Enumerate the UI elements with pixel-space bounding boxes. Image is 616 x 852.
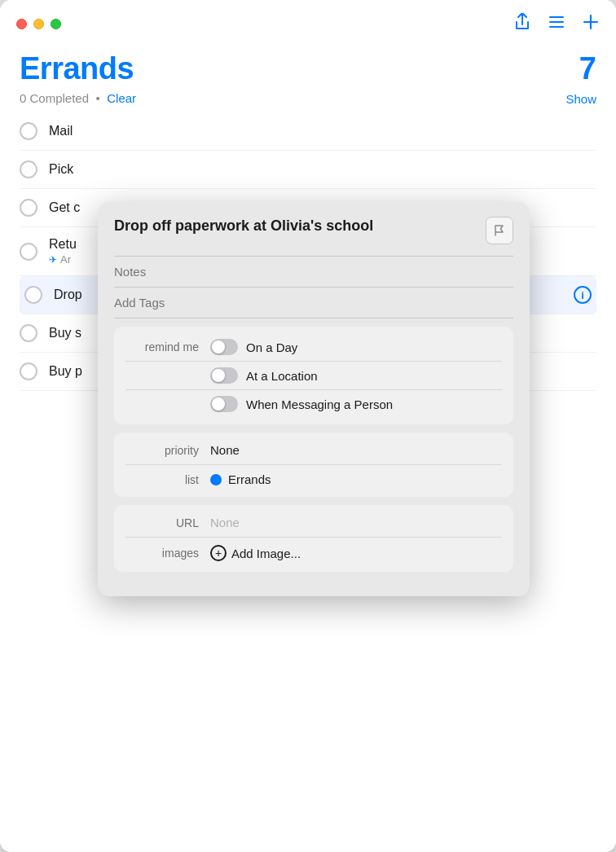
- main-window: Errands 7 0 Completed • Clear Show Mail …: [0, 0, 616, 852]
- remind-row-location: At a Location: [125, 361, 502, 389]
- count-badge: 7: [579, 51, 596, 86]
- reminder-checkbox[interactable]: [20, 362, 37, 380]
- add-image-button[interactable]: + Add Image...: [210, 545, 301, 561]
- reminder-checkbox[interactable]: [20, 324, 37, 342]
- url-label: URL: [125, 516, 199, 529]
- info-icon[interactable]: i: [574, 286, 592, 304]
- reminder-checkbox[interactable]: [20, 243, 37, 261]
- completed-info: 0 Completed • Clear: [20, 91, 136, 106]
- popover-title: Drop off paperwork at Olivia's school: [114, 217, 477, 235]
- url-row: URL None: [125, 508, 502, 537]
- when-messaging-label: When Messaging a Person: [246, 397, 393, 411]
- tags-field[interactable]: [114, 288, 513, 318]
- page-title: Errands: [20, 51, 134, 86]
- add-icon[interactable]: [582, 13, 600, 35]
- reminder-text: Pick: [49, 162, 596, 177]
- close-button[interactable]: [16, 19, 27, 29]
- reminder-checkbox[interactable]: [24, 286, 42, 304]
- on-a-day-label: On a Day: [246, 340, 297, 354]
- at-a-location-label: At a Location: [246, 369, 318, 383]
- toolbar-icons: [513, 13, 600, 35]
- reminder-checkbox[interactable]: [20, 199, 37, 217]
- on-a-day-toggle[interactable]: [210, 339, 238, 355]
- list-label: list: [125, 473, 199, 486]
- clear-button[interactable]: Clear: [107, 91, 136, 105]
- priority-row: priority None: [125, 436, 502, 464]
- list-icon[interactable]: [548, 13, 565, 35]
- images-row: images + Add Image...: [125, 537, 502, 569]
- titlebar: [0, 0, 616, 42]
- priority-value[interactable]: None: [210, 443, 240, 457]
- url-value[interactable]: None: [210, 516, 240, 529]
- plus-circle-icon: +: [210, 545, 227, 561]
- popover-header: Drop off paperwork at Olivia's school: [114, 217, 513, 244]
- list-color-dot: [210, 474, 222, 485]
- when-messaging-toggle[interactable]: [210, 396, 238, 412]
- remind-section: remind me On a Day At a Location When Me…: [114, 327, 513, 424]
- notes-field[interactable]: [114, 257, 513, 287]
- share-icon[interactable]: [513, 13, 531, 35]
- reminder-checkbox[interactable]: [20, 122, 37, 140]
- completed-text: 0 Completed: [20, 91, 89, 105]
- subheader: 0 Completed • Clear Show: [0, 86, 616, 112]
- reminder-text: Mail: [49, 124, 596, 138]
- reminder-checkbox[interactable]: [20, 160, 37, 178]
- divider: [114, 318, 513, 318]
- list-item: Pick: [20, 151, 596, 189]
- list-row: list Errands: [125, 464, 502, 494]
- traffic-lights: [16, 19, 61, 29]
- at-a-location-toggle[interactable]: [210, 367, 238, 384]
- flag-button[interactable]: [486, 217, 513, 244]
- detail-section: priority None list Errands: [114, 433, 513, 497]
- popover[interactable]: Drop off paperwork at Olivia's school re…: [98, 202, 530, 596]
- location-icon: ✈: [49, 254, 57, 266]
- url-images-section: URL None images + Add Image...: [114, 505, 513, 572]
- list-item: Mail: [20, 112, 596, 151]
- remind-row-day: remind me On a Day: [125, 333, 502, 361]
- minimize-button[interactable]: [33, 19, 44, 29]
- remind-me-label: remind me: [125, 340, 199, 354]
- images-label: images: [125, 547, 199, 560]
- list-value[interactable]: Errands: [228, 472, 271, 486]
- remind-row-messaging: When Messaging a Person: [125, 389, 502, 418]
- maximize-button[interactable]: [51, 19, 61, 29]
- show-button[interactable]: Show: [565, 92, 596, 106]
- bullet: •: [96, 91, 100, 105]
- priority-label: priority: [125, 444, 199, 457]
- location-text: Ar: [60, 253, 71, 266]
- add-image-label: Add Image...: [231, 547, 301, 560]
- page-header: Errands 7: [0, 42, 616, 86]
